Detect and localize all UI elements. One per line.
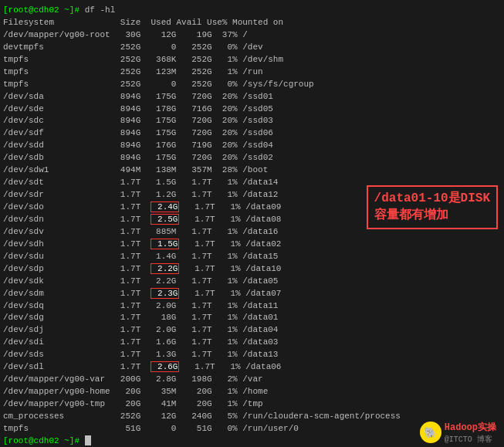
end-prompt: [root@cdh02 ~]# [3,436,79,445]
table-row: tmpfs 252G 368K 252G 1% /dev/shm [3,54,501,66]
watermark-labels: Hadoop实操 @ITCTO 博客 [445,421,496,445]
table-row: /dev/sdb 894G 175G 720G 20% /ssd02 [3,152,501,164]
table-row: /dev/sdc 894G 175G 720G 20% /ssd03 [3,115,501,127]
table-row: /dev/sdw1 494M 138M 357M 28% /boot [3,164,501,177]
table-row: /dev/sdg 1.7T 18G 1.7T 1% /data01 [3,312,501,324]
header-line: Filesystem Size Used Avail Use% Mounted … [3,17,501,29]
cursor [85,435,91,445]
table-row: /dev/sdm 1.7T 2.3G 1.7T 1% /data07 [3,288,501,300]
watermark-site: Hadoop实操 [445,421,496,434]
terminal-window: [root@cdh02 ~]# df -hl Filesystem Size U… [0,0,504,447]
table-row: devtmpfs 252G 0 252G 0% /dev [3,42,501,54]
table-row: /dev/sdj 1.7T 2.0G 1.7T 1% /data04 [3,324,501,337]
table-row: /dev/mapper/vg00-var 200G 2.8G 198G 2% /… [3,374,501,386]
watermark-sub: @ITCTO 博客 [445,434,496,445]
table-row: /dev/sdd 894G 176G 719G 20% /ssd04 [3,140,501,152]
command-line: [root@cdh02 ~]# df -hl [3,5,501,17]
table-row: /dev/sdk 1.7T 2.2G 1.7T 1% /data05 [3,276,501,288]
watermark: 🐘 Hadoop实操 @ITCTO 博客 [420,421,496,445]
table-row: /dev/sdi 1.7T 1.6G 1.7T 1% /data03 [3,337,501,349]
annotation-text: /data01-10是DISK容量都有增加 [374,190,490,225]
table-row: /dev/sda 894G 175G 720G 20% /ssd01 [3,91,501,103]
table-row: /dev/sdf 894G 175G 720G 20% /ssd06 [3,127,501,140]
table-row: /dev/sdp 1.7T 2.2G 1.7T 1% /data10 [3,263,501,276]
table-row: tmpfs 252G 123M 252G 1% /run [3,66,501,79]
output-rows: /dev/mapper/vg00-root 30G 12G 19G 37% /d… [3,29,501,435]
table-row: /dev/sds 1.7T 1.3G 1.7T 1% /data13 [3,349,501,361]
table-row: /dev/mapper/vg00-tmp 20G 41M 20G 1% /tmp [3,398,501,411]
annotation-box: /data01-10是DISK容量都有增加 [367,185,498,229]
table-row: /dev/sdl 1.7T 2.6G 1.7T 1% /data06 [3,361,501,374]
prompt: [root@cdh02 ~]# [3,5,79,15]
table-row: /dev/sde 894G 178G 716G 20% /ssd05 [3,103,501,116]
table-row: /dev/sdu 1.7T 1.4G 1.7T 1% /data15 [3,251,501,263]
watermark-icon: 🐘 [420,422,441,443]
table-row: /dev/sdq 1.7T 2.0G 1.7T 1% /data11 [3,300,501,313]
table-row: /dev/sdh 1.7T 1.5G 1.7T 1% /data02 [3,239,501,251]
table-row: /dev/mapper/vg00-root 30G 12G 19G 37% / [3,29,501,42]
table-row: tmpfs 252G 0 252G 0% /sys/fs/cgroup [3,79,501,91]
table-row: /dev/mapper/vg00-home 20G 35M 20G 1% /ho… [3,386,501,398]
